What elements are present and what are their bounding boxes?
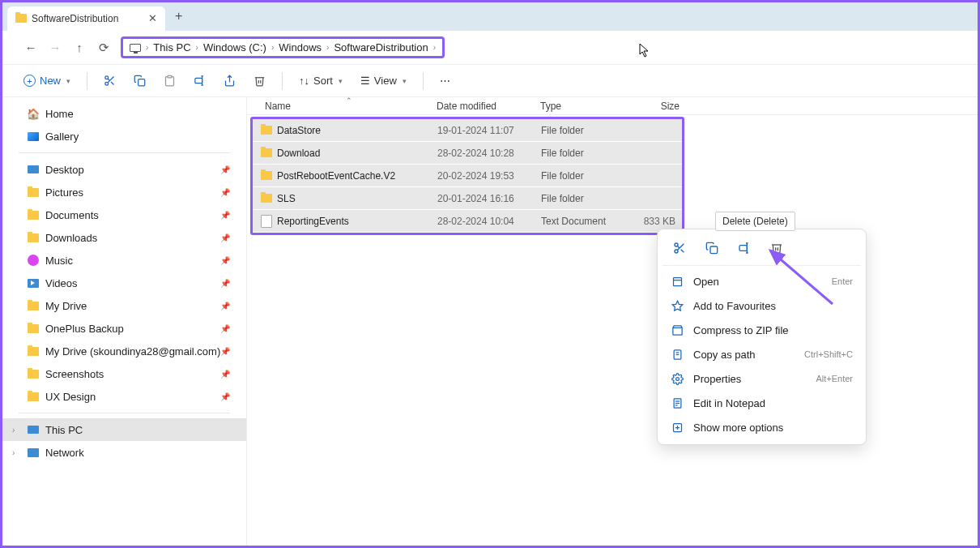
pin-icon: 📌 [220, 188, 230, 197]
ctx-copy-button[interactable] [701, 238, 722, 259]
file-name: SLS [277, 193, 296, 204]
paste-button[interactable] [157, 70, 182, 92]
breadcrumb-item[interactable]: Windows (C:) [203, 41, 266, 54]
sidebar-item[interactable]: Pictures📌 [2, 181, 246, 203]
file-type: File folder [541, 193, 630, 204]
sidebar-item[interactable]: OnePlus Backup📌 [2, 317, 246, 340]
sidebar-item[interactable]: Music📌 [2, 249, 246, 272]
chevron-right-icon: › [433, 43, 436, 52]
close-tab-icon[interactable]: ✕ [148, 12, 157, 24]
file-row[interactable]: PostRebootEventCache.V220-02-2024 19:53F… [253, 165, 682, 186]
sidebar-item[interactable]: Gallery [2, 125, 246, 148]
sidebar-item[interactable]: 🏠Home [2, 102, 246, 125]
sidebar-item[interactable]: ›This PC [2, 418, 246, 441]
ctx-label: Add to Favourites [693, 300, 776, 312]
file-row[interactable]: DataStore19-01-2024 11:07File folder [253, 119, 682, 141]
view-button[interactable]: ☰ View ▾ [354, 70, 413, 92]
forward-button[interactable]: → [43, 36, 67, 60]
ctx-item[interactable]: Copy as pathCtrl+Shift+C [663, 342, 861, 366]
file-type: File folder [541, 170, 630, 182]
chevron-right-icon[interactable]: › [12, 426, 15, 435]
navbar: ← → ↑ ⟳ › This PC › Windows (C:) › Windo… [2, 31, 978, 65]
folder-icon [261, 148, 272, 157]
copy-button[interactable] [127, 70, 152, 92]
rename-button[interactable] [187, 70, 212, 92]
tab-current[interactable]: SoftwareDistribution ✕ [7, 6, 165, 31]
sidebar-item[interactable]: My Drive📌 [2, 294, 246, 317]
ctx-shortcut: Ctrl+Shift+C [804, 349, 853, 359]
refresh-button[interactable]: ⟳ [92, 36, 116, 60]
pin-icon: 📌 [220, 211, 230, 220]
svg-point-1 [105, 82, 109, 85]
breadcrumb-item[interactable]: This PC [153, 41, 190, 54]
ctx-item[interactable]: PropertiesAlt+Enter [663, 366, 861, 391]
sidebar-item[interactable]: Desktop📌 [2, 158, 246, 181]
ctx-item[interactable]: Compress to ZIP file [663, 318, 861, 342]
chevron-right-icon: › [196, 43, 198, 52]
pin-icon: 📌 [220, 233, 230, 242]
column-name[interactable]: Name [247, 101, 437, 112]
ctx-label: Show more options [693, 422, 783, 434]
folder-icon [27, 323, 39, 335]
breadcrumb[interactable]: › This PC › Windows (C:) › Windows › Sof… [121, 36, 445, 58]
back-button[interactable]: ← [19, 36, 43, 60]
chevron-down-icon: ▾ [66, 77, 70, 85]
sidebar-item[interactable]: ›Network [2, 441, 246, 464]
new-tab-button[interactable]: + [175, 9, 182, 24]
column-headers[interactable]: ⌃ Name Date modified Type Size [247, 97, 978, 115]
sidebar-label: Documents [45, 209, 99, 221]
sidebar-item[interactable]: Videos📌 [2, 272, 246, 294]
ctx-label: Properties [693, 373, 741, 385]
gallery-icon [27, 131, 39, 143]
ctx-item[interactable]: OpenEnter [663, 269, 861, 293]
breadcrumb-item[interactable]: Windows [279, 41, 322, 54]
sidebar-item[interactable]: UX Design📌 [2, 385, 246, 408]
plus-circle-icon: + [23, 75, 36, 87]
ctx-item[interactable]: Show more options [663, 415, 861, 439]
sidebar-item[interactable]: Downloads📌 [2, 226, 246, 249]
pin-icon: 📌 [220, 279, 230, 288]
delete-button[interactable] [247, 70, 272, 92]
chevron-right-icon[interactable]: › [12, 448, 15, 457]
file-name: DataStore [277, 125, 321, 136]
chevron-down-icon: ▾ [339, 77, 343, 85]
file-row[interactable]: SLS20-01-2024 16:16File folder [253, 187, 682, 209]
titlebar: SoftwareDistribution ✕ + [2, 2, 978, 31]
ctx-rename-button[interactable] [734, 238, 755, 259]
up-button[interactable]: ↑ [67, 36, 92, 60]
svg-rect-14 [710, 246, 718, 254]
file-row[interactable]: Download28-02-2024 10:28File folder [253, 142, 682, 164]
column-date[interactable]: Date modified [437, 101, 540, 112]
column-size[interactable]: Size [626, 101, 680, 112]
sort-button[interactable]: ↑↓ Sort ▾ [292, 70, 349, 92]
cut-button[interactable] [97, 70, 122, 92]
more-button[interactable]: ⋯ [433, 70, 457, 92]
column-type[interactable]: Type [540, 101, 626, 112]
share-button[interactable] [217, 70, 242, 92]
file-row[interactable]: ReportingEvents28-02-2024 10:04Text Docu… [253, 210, 682, 232]
svg-point-0 [105, 76, 109, 79]
breadcrumb-item[interactable]: SoftwareDistribution [334, 41, 428, 54]
monitor-icon [130, 44, 141, 52]
open-icon [671, 275, 684, 288]
sidebar-label: Downloads [45, 232, 97, 244]
file-date: 20-01-2024 16:16 [437, 193, 541, 204]
file-type: Text Document [541, 216, 630, 227]
chevron-right-icon: › [146, 43, 148, 52]
ctx-item[interactable]: Edit in Notepad [663, 391, 861, 415]
ctx-delete-button[interactable] [766, 238, 787, 259]
folder-icon [261, 194, 272, 203]
sidebar-item[interactable]: Screenshots📌 [2, 362, 246, 385]
ctx-item[interactable]: Add to Favourites [663, 293, 861, 318]
home-icon: 🏠 [27, 108, 39, 120]
sidebar-item[interactable]: My Drive (skoundinya28@gmail.com)📌 [2, 340, 246, 362]
separator [87, 72, 87, 90]
sidebar-item[interactable]: Documents📌 [2, 203, 246, 226]
desktop-icon [27, 164, 39, 176]
new-button[interactable]: + New ▾ [17, 70, 77, 92]
chevron-right-icon: › [271, 43, 274, 52]
ctx-cut-button[interactable] [669, 238, 690, 259]
tooltip-delete: Delete (Delete) [715, 212, 795, 231]
sidebar-label: Pictures [45, 186, 83, 199]
folder-icon [261, 126, 272, 135]
